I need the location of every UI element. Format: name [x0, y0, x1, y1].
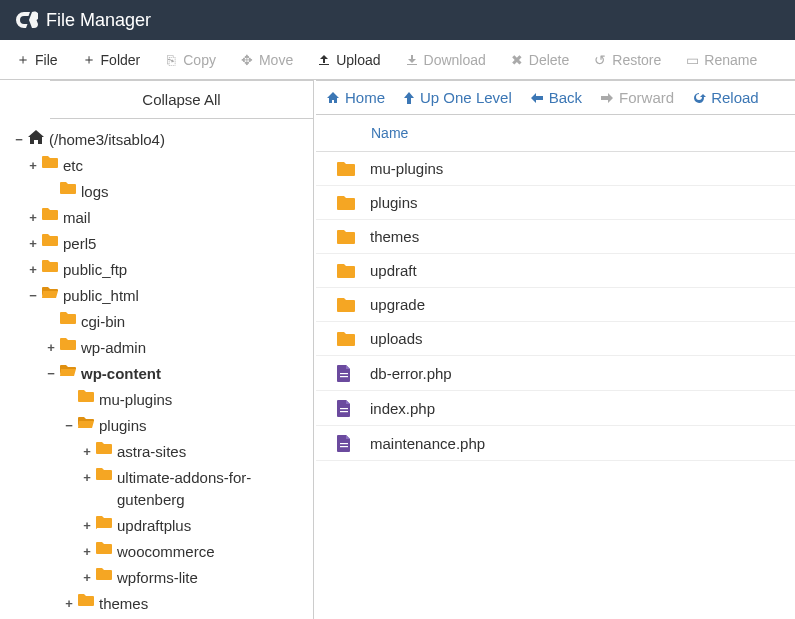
collapse-toggle-icon[interactable]: −: [62, 415, 76, 437]
restore-button: ↺Restore: [581, 46, 673, 74]
svg-rect-5: [340, 446, 348, 447]
tree-item-etc[interactable]: + etc: [4, 153, 307, 179]
folder-icon: [94, 441, 114, 455]
file-list-panel: Home Up One Level Back Forward Reload Na…: [316, 80, 795, 619]
folder-icon: [40, 233, 60, 247]
tree-item-public-ftp[interactable]: + public_ftp: [4, 257, 307, 283]
svg-rect-0: [340, 373, 348, 374]
up-one-level-button[interactable]: Up One Level: [403, 89, 512, 106]
folder-row[interactable]: upgrade: [316, 288, 795, 322]
tree-root[interactable]: − (/home3/itsablo4): [4, 127, 307, 153]
home-icon: [326, 91, 340, 105]
folder-icon: [332, 331, 370, 347]
tree-item-astra-sites[interactable]: + astra-sites: [4, 439, 307, 465]
tree-label: plugins: [96, 415, 147, 437]
rename-icon: ▭: [685, 52, 699, 68]
folder-icon: [40, 207, 60, 221]
expand-toggle-icon[interactable]: +: [80, 515, 94, 537]
delete-icon: ✖: [510, 52, 524, 68]
main-toolbar: ＋File ＋Folder ⎘Copy ✥Move Upload Downloa…: [0, 40, 795, 80]
folder-icon: [332, 229, 370, 245]
file-name-label: themes: [370, 228, 419, 245]
tree-item-wpforms-lite[interactable]: + wpforms-lite: [4, 565, 307, 591]
expand-toggle-icon[interactable]: +: [80, 567, 94, 589]
delete-button: ✖Delete: [498, 46, 581, 74]
tree-label: themes: [96, 593, 148, 615]
file-row[interactable]: db-error.php: [316, 356, 795, 391]
file-list: mu-pluginspluginsthemesupdraftupgradeupl…: [316, 152, 795, 461]
tree-item-wp-admin[interactable]: + wp-admin: [4, 335, 307, 361]
tree-item-perl5[interactable]: + perl5: [4, 231, 307, 257]
cpanel-logo-icon: [14, 8, 38, 32]
download-icon: [405, 54, 419, 66]
svg-rect-4: [340, 443, 348, 444]
folder-row[interactable]: uploads: [316, 322, 795, 356]
app-header: File Manager: [0, 0, 795, 40]
folder-icon: [94, 541, 114, 555]
folder-row[interactable]: mu-plugins: [316, 152, 795, 186]
file-name-label: mu-plugins: [370, 160, 443, 177]
reload-button[interactable]: Reload: [692, 89, 759, 106]
folder-row[interactable]: themes: [316, 220, 795, 254]
folder-icon: [40, 155, 60, 169]
tree-item-cgi-bin[interactable]: cgi-bin: [4, 309, 307, 335]
folder-icon: [76, 389, 96, 403]
expand-toggle-icon[interactable]: +: [26, 207, 40, 229]
upload-button[interactable]: Upload: [305, 46, 392, 74]
folder-icon: [94, 515, 114, 529]
plus-icon: ＋: [82, 51, 96, 69]
folder-icon: [58, 337, 78, 351]
tree-item-woocommerce[interactable]: + woocommerce: [4, 539, 307, 565]
tree-label: mail: [60, 207, 91, 229]
folder-row[interactable]: plugins: [316, 186, 795, 220]
svg-rect-1: [340, 376, 348, 377]
expand-toggle-icon[interactable]: +: [80, 541, 94, 563]
move-button: ✥Move: [228, 46, 305, 74]
tree-label: astra-sites: [114, 441, 186, 463]
tree-label: wp-admin: [78, 337, 146, 359]
file-row[interactable]: maintenance.php: [316, 426, 795, 461]
tree-item-mu-plugins[interactable]: mu-plugins: [4, 387, 307, 413]
collapse-toggle-icon[interactable]: −: [12, 129, 26, 151]
expand-toggle-icon[interactable]: +: [80, 441, 94, 463]
folder-open-icon: [58, 363, 78, 377]
expand-toggle-icon[interactable]: +: [26, 155, 40, 177]
collapse-toggle-icon[interactable]: −: [44, 363, 58, 385]
tree-label: etc: [60, 155, 83, 177]
home-icon: [26, 129, 46, 145]
download-button: Download: [393, 46, 498, 74]
file-name-label: uploads: [370, 330, 423, 347]
expand-toggle-icon[interactable]: +: [80, 467, 94, 489]
tree-label: cgi-bin: [78, 311, 125, 333]
tree-item-logs[interactable]: logs: [4, 179, 307, 205]
tree-item-ultimate-addons[interactable]: + ultimate-addons-for-gutenberg: [4, 465, 307, 513]
folder-icon: [76, 593, 96, 607]
tree-item-themes[interactable]: + themes: [4, 591, 307, 617]
file-name-label: updraft: [370, 262, 417, 279]
tree-item-updraftplus[interactable]: + updraftplus: [4, 513, 307, 539]
home-button[interactable]: Home: [326, 89, 385, 106]
new-folder-button[interactable]: ＋Folder: [70, 45, 153, 75]
collapse-toggle-icon[interactable]: −: [26, 285, 40, 307]
content-navbar: Home Up One Level Back Forward Reload: [316, 81, 795, 115]
new-file-button[interactable]: ＋File: [4, 45, 70, 75]
up-arrow-icon: [403, 91, 415, 105]
folder-icon: [40, 259, 60, 273]
table-header-name[interactable]: Name: [316, 115, 795, 152]
expand-toggle-icon[interactable]: +: [26, 233, 40, 255]
file-row[interactable]: index.php: [316, 391, 795, 426]
expand-toggle-icon[interactable]: +: [62, 593, 76, 615]
collapse-all-button[interactable]: Collapse All: [50, 80, 313, 119]
folder-icon: [58, 311, 78, 325]
tree-item-public-html[interactable]: − public_html: [4, 283, 307, 309]
tree-item-mail[interactable]: + mail: [4, 205, 307, 231]
tree-item-wp-content[interactable]: − wp-content: [4, 361, 307, 387]
back-button[interactable]: Back: [530, 89, 582, 106]
folder-row[interactable]: updraft: [316, 254, 795, 288]
expand-toggle-icon[interactable]: +: [44, 337, 58, 359]
file-icon: [332, 434, 370, 452]
tree-item-plugins[interactable]: − plugins: [4, 413, 307, 439]
expand-toggle-icon[interactable]: +: [26, 259, 40, 281]
file-icon: [332, 364, 370, 382]
tree-label: wpforms-lite: [114, 567, 198, 589]
